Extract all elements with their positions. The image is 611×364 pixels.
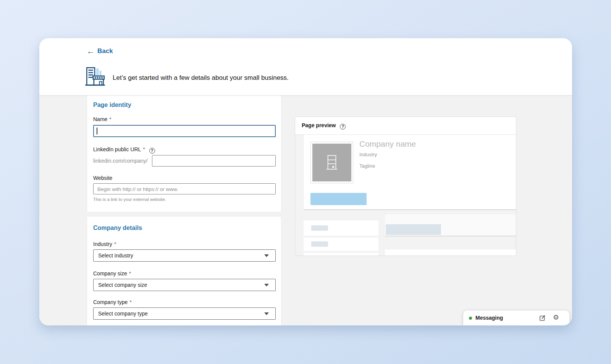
building-glyph-icon bbox=[325, 154, 338, 171]
industry-label: Industry* bbox=[93, 241, 116, 247]
company-size-label: Company size* bbox=[93, 270, 131, 277]
linkedin-url-input[interactable] bbox=[152, 155, 276, 167]
page-identity-section: Page identity Name* LinkedIn public URL*… bbox=[87, 95, 281, 212]
company-type-selected-value: Select company type bbox=[98, 311, 148, 317]
company-size-select[interactable]: Select company size bbox=[93, 279, 276, 291]
company-name-placeholder: Company name bbox=[359, 139, 416, 149]
presence-dot bbox=[469, 317, 472, 320]
required-marker: * bbox=[129, 270, 131, 277]
messaging-bar[interactable]: Messaging ⚙ bbox=[463, 311, 569, 325]
company-type-select[interactable]: Select company type bbox=[93, 307, 276, 320]
company-logo-placeholder bbox=[310, 142, 353, 183]
chevron-down-icon bbox=[264, 254, 269, 257]
back-button[interactable]: ← Back bbox=[87, 47, 113, 55]
company-size-selected-value: Select company size bbox=[98, 282, 147, 288]
setup-window: ← Back Let’s get started w bbox=[39, 38, 572, 325]
industry-select[interactable]: Select industry bbox=[93, 249, 276, 262]
skeleton-panel bbox=[385, 249, 516, 256]
chevron-down-icon bbox=[264, 312, 269, 315]
messaging-label: Messaging bbox=[475, 315, 503, 321]
required-marker: * bbox=[143, 146, 145, 152]
page-preview-body: Company name Industry Tagline bbox=[295, 135, 516, 256]
website-label: Website bbox=[93, 175, 112, 181]
preview-button-placeholder bbox=[310, 193, 367, 205]
small-business-building-icon bbox=[84, 65, 106, 89]
skeleton-row bbox=[304, 253, 378, 256]
company-details-title: Company details bbox=[93, 225, 142, 231]
name-input[interactable] bbox=[93, 125, 276, 137]
skeleton-row bbox=[304, 238, 378, 251]
website-helper-text: This is a link to your external website. bbox=[93, 197, 166, 202]
back-label: Back bbox=[97, 47, 113, 55]
page-identity-title: Page identity bbox=[93, 102, 131, 108]
page-preview-title: Page preview ? bbox=[302, 122, 346, 129]
page-preview-header: Page preview ? bbox=[295, 117, 516, 135]
required-marker: * bbox=[114, 241, 116, 247]
skeleton-pill bbox=[311, 225, 328, 231]
url-prefix: linkedin.com/company/ bbox=[93, 155, 147, 167]
back-arrow-icon: ← bbox=[87, 47, 95, 55]
industry-selected-value: Select industry bbox=[98, 252, 133, 259]
company-preview-card: Company name Industry Tagline bbox=[304, 135, 516, 210]
name-label: Name* bbox=[93, 116, 112, 122]
industry-placeholder: Industry bbox=[359, 152, 377, 157]
skeleton-panel bbox=[385, 214, 516, 236]
company-type-label: Company type* bbox=[93, 299, 132, 305]
page-preview-panel: Page preview ? bbox=[295, 116, 516, 256]
required-marker: * bbox=[109, 116, 111, 122]
page-header: ← Back Let’s get started w bbox=[39, 38, 572, 95]
page-title: Let’s get started with a few details abo… bbox=[113, 74, 289, 82]
help-icon[interactable]: ? bbox=[340, 124, 346, 129]
required-marker: * bbox=[129, 299, 131, 305]
skeleton-bar bbox=[386, 224, 441, 235]
skeleton-pill bbox=[311, 241, 328, 247]
form-area: Page identity Name* LinkedIn public URL*… bbox=[39, 95, 572, 325]
compose-icon[interactable] bbox=[539, 315, 546, 323]
company-details-section: Company details Industry* Select industr… bbox=[87, 217, 281, 325]
website-input[interactable] bbox=[93, 183, 276, 194]
tagline-placeholder: Tagline bbox=[359, 163, 375, 169]
gear-icon[interactable]: ⚙ bbox=[553, 314, 559, 322]
skeleton-row bbox=[304, 220, 378, 236]
help-icon[interactable]: ? bbox=[149, 148, 155, 154]
chevron-down-icon bbox=[264, 284, 269, 286]
linkedin-url-label: LinkedIn public URL* ? bbox=[93, 146, 155, 154]
text-cursor bbox=[97, 128, 97, 134]
